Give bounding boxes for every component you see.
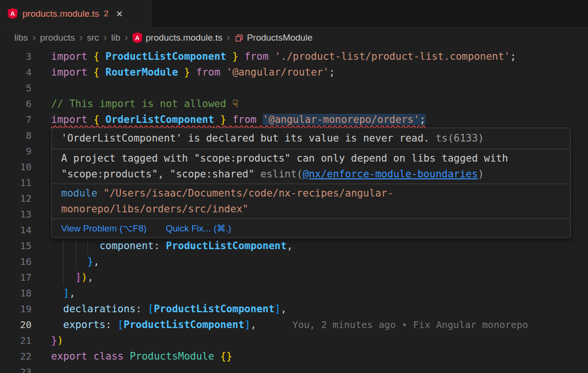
- line-number[interactable]: 8: [0, 128, 32, 143]
- hover-actions: View Problem (⌥F8)Quick Fix... (⌘.): [52, 219, 570, 238]
- code-line-3[interactable]: 3import { ProductListComponent } from '.…: [0, 49, 588, 65]
- code-text: exports: [ProductListComponent],You, 2 m…: [32, 317, 588, 333]
- code-line-23[interactable]: 23: [0, 364, 588, 373]
- indent-guide: [63, 238, 64, 254]
- line-number[interactable]: 3: [0, 49, 32, 65]
- line-number[interactable]: 23: [0, 364, 32, 373]
- line-number[interactable]: 15: [0, 238, 32, 254]
- indent-guide: [63, 270, 64, 285]
- code-text: import { ProductListComponent } from './…: [32, 49, 588, 65]
- breadcrumb-label: lib: [111, 33, 120, 43]
- code-line-7[interactable]: 7import { OrderListComponent } from '@an…: [0, 112, 588, 128]
- editor: 3import { ProductListComponent } from '.…: [0, 48, 588, 373]
- tab-bar: A products.module.ts 2 ×: [0, 0, 588, 28]
- breadcrumb-item-libs[interactable]: libs: [14, 33, 28, 43]
- breadcrumb-item-src[interactable]: src: [87, 33, 99, 43]
- code-text: ]),: [32, 270, 588, 285]
- code-text: }): [32, 333, 588, 349]
- hover-message-ts: 'OrderListComponent' is declared but its…: [52, 128, 570, 149]
- line-number[interactable]: 4: [0, 65, 32, 80]
- line-number[interactable]: 10: [0, 159, 32, 175]
- breadcrumb-separator-icon: ›: [103, 33, 107, 43]
- code-text: declarations: [ProductListComponent],: [32, 301, 588, 317]
- breadcrumb-item-products[interactable]: products: [40, 33, 75, 43]
- code-line-15[interactable]: 15 component: ProductListComponent,: [0, 238, 588, 254]
- breadcrumb-label: products: [40, 33, 75, 43]
- indent-guide: [75, 254, 76, 270]
- hover-message-eslint: A project tagged with "scope:products" c…: [52, 149, 570, 184]
- tab-title: products.module.ts: [22, 9, 99, 19]
- tab-problems-badge: 2: [104, 9, 108, 19]
- breadcrumb-separator-icon: ›: [227, 33, 230, 43]
- code-text: import { RouterModule } from '@angular/r…: [32, 65, 588, 80]
- line-number[interactable]: 21: [0, 333, 32, 349]
- code-line-16[interactable]: 16 },: [0, 254, 588, 270]
- breadcrumb-item-productsmodule[interactable]: ProductsModule: [235, 33, 312, 43]
- line-number[interactable]: 7: [0, 112, 32, 128]
- line-number[interactable]: 6: [0, 96, 32, 112]
- breadcrumb-separator-icon: ›: [125, 33, 128, 43]
- code-line-5[interactable]: 5: [0, 80, 588, 96]
- breadcrumb-item-lib[interactable]: lib: [111, 33, 120, 43]
- code-text: [32, 364, 588, 373]
- tab-products-module[interactable]: A products.module.ts 2 ×: [0, 0, 153, 27]
- eslint-rule-link[interactable]: @nx/enforce-module-boundaries: [303, 168, 478, 180]
- breadcrumb-label: products.module.ts: [146, 33, 223, 43]
- code-line-4[interactable]: 4import { RouterModule } from '@angular/…: [0, 65, 588, 80]
- angular-icon: A: [132, 33, 142, 44]
- code-line-22[interactable]: 22export class ProductsModule {}: [0, 349, 588, 364]
- line-number[interactable]: 16: [0, 254, 32, 270]
- breadcrumb-separator-icon: ›: [79, 33, 83, 43]
- indent-guide: [87, 238, 88, 254]
- class-symbol-icon: [235, 33, 244, 43]
- hover-rows: 'OrderListComponent' is declared but its…: [52, 128, 570, 219]
- line-number[interactable]: 19: [0, 301, 32, 317]
- code-line-20[interactable]: 20 exports: [ProductListComponent],You, …: [0, 317, 588, 333]
- line-number[interactable]: 14: [0, 222, 32, 238]
- git-blame-annotation: You, 2 minutes ago • Fix Angular monorep…: [292, 319, 528, 330]
- code-line-18[interactable]: 18 ],: [0, 285, 588, 301]
- breadcrumb-label: ProductsModule: [247, 33, 312, 43]
- angular-file-icon: A: [8, 8, 18, 19]
- breadcrumb-label: libs: [14, 33, 28, 43]
- code-line-19[interactable]: 19 declarations: [ProductListComponent],: [0, 301, 588, 317]
- breadcrumb-item-products.module.ts[interactable]: Aproducts.module.ts: [132, 33, 223, 44]
- indent-guide: [75, 238, 76, 254]
- line-number[interactable]: 11: [0, 175, 32, 191]
- quick-fix-action[interactable]: Quick Fix... (⌘.): [166, 220, 231, 236]
- code-text: export class ProductsModule {}: [32, 349, 588, 364]
- breadcrumb: libs›products›src›lib›Aproducts.module.t…: [0, 28, 588, 48]
- breadcrumb-label: src: [87, 33, 99, 43]
- code-text: // This import is not allowed ☟: [32, 96, 588, 112]
- code-line-21[interactable]: 21}): [0, 333, 588, 349]
- line-number[interactable]: 20: [0, 317, 32, 333]
- hover-message-module: module "/Users/isaac/Documents/code/nx-r…: [52, 184, 570, 219]
- line-number[interactable]: 5: [0, 80, 32, 96]
- line-number[interactable]: 18: [0, 285, 32, 301]
- breadcrumb-separator-icon: ›: [32, 33, 36, 43]
- code-text: [32, 80, 588, 96]
- line-number[interactable]: 22: [0, 349, 32, 364]
- line-number[interactable]: 17: [0, 270, 32, 285]
- code-text: ],: [32, 285, 588, 301]
- code-line-6[interactable]: 6// This import is not allowed ☟: [0, 96, 588, 112]
- line-number[interactable]: 12: [0, 191, 32, 207]
- line-number[interactable]: 13: [0, 207, 32, 222]
- indent-guide: [63, 254, 64, 270]
- line-number[interactable]: 9: [0, 143, 32, 159]
- close-tab-icon[interactable]: ×: [116, 8, 123, 20]
- view-problem-action[interactable]: View Problem (⌥F8): [61, 220, 147, 236]
- code-text: },: [32, 254, 588, 270]
- hover-popup: 'OrderListComponent' is declared but its…: [51, 128, 571, 238]
- code-text: component: ProductListComponent,: [32, 238, 588, 254]
- code-line-17[interactable]: 17 ]),: [0, 270, 588, 285]
- code-text: import { OrderListComponent } from '@ang…: [32, 112, 588, 128]
